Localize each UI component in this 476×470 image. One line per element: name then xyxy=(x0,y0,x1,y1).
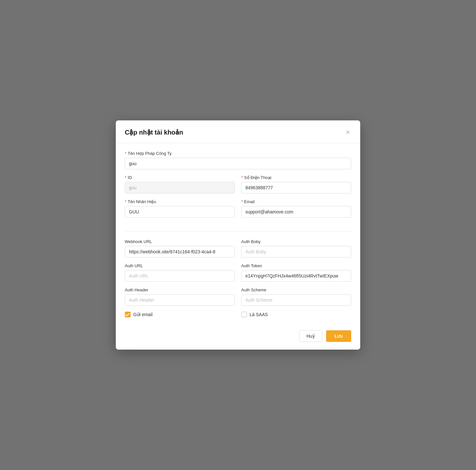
save-button[interactable]: Lưu xyxy=(326,330,351,342)
required-star: * xyxy=(125,151,126,156)
legal-name-label: *Tên Hợp Pháp Công Ty xyxy=(125,151,351,156)
section-divider xyxy=(125,231,351,231)
auth-url-label: Auth URL xyxy=(125,263,235,268)
auth-token-input[interactable] xyxy=(241,270,351,282)
webhook-url-input[interactable] xyxy=(125,246,235,258)
auth-scheme-input[interactable] xyxy=(241,294,351,306)
auth-url-input[interactable] xyxy=(125,270,235,282)
id-input xyxy=(125,182,235,193)
webhook-auth-body-row: Webhook URL Auth Boby xyxy=(125,239,351,263)
auth-token-group: Auth Token xyxy=(241,263,351,282)
brand-email-row: *Tên Nhãn Hiệu *Email xyxy=(125,199,351,223)
phone-group: *Số Điện Thoại xyxy=(241,175,351,193)
auth-scheme-group: Auth Scheme xyxy=(241,287,351,306)
id-required-star: * xyxy=(125,175,126,180)
section-legal: *Tên Hợp Pháp Công Ty *ID *Số Điện Th xyxy=(125,151,351,223)
modal-overlay: Cập nhật tài khoản × *Tên Hợp Pháp Công … xyxy=(0,0,476,470)
send-email-item: Gửi email xyxy=(125,312,235,317)
webhook-url-group: Webhook URL xyxy=(125,239,235,258)
auth-url-group: Auth URL xyxy=(125,263,235,282)
section-webhook: Webhook URL Auth Boby Auth URL xyxy=(125,239,351,317)
legal-name-input[interactable] xyxy=(125,158,351,169)
id-phone-row: *ID *Số Điện Thoại xyxy=(125,175,351,199)
modal-title: Cập nhật tài khoản xyxy=(125,128,183,136)
close-button[interactable]: × xyxy=(344,128,351,136)
auth-body-input[interactable] xyxy=(241,246,351,258)
auth-token-label: Auth Token xyxy=(241,263,351,268)
phone-input[interactable] xyxy=(241,182,351,193)
legal-name-group: *Tên Hợp Pháp Công Ty xyxy=(125,151,351,169)
auth-url-token-row: Auth URL Auth Token xyxy=(125,263,351,287)
cancel-button[interactable]: Huỷ xyxy=(299,330,322,342)
brand-required-star: * xyxy=(125,199,126,204)
brand-name-label: *Tên Nhãn Hiệu xyxy=(125,199,235,204)
auth-header-label: Auth Header xyxy=(125,287,235,292)
checkbox-row: Gửi email Là SAAS xyxy=(125,312,351,317)
modal-header: Cập nhật tài khoản × xyxy=(116,120,360,143)
email-group: *Email xyxy=(241,199,351,218)
send-email-checkbox[interactable] xyxy=(125,312,131,317)
send-email-label: Gửi email xyxy=(133,312,152,317)
auth-header-scheme-row: Auth Header Auth Scheme xyxy=(125,287,351,312)
webhook-url-label: Webhook URL xyxy=(125,239,235,244)
id-group: *ID xyxy=(125,175,235,193)
auth-body-label: Auth Boby xyxy=(241,239,351,244)
modal-footer: Huỷ Lưu xyxy=(116,325,360,350)
is-saas-checkbox[interactable] xyxy=(241,312,247,317)
email-label: *Email xyxy=(241,199,351,204)
auth-header-input[interactable] xyxy=(125,294,235,306)
auth-body-group: Auth Boby xyxy=(241,239,351,258)
modal-dialog: Cập nhật tài khoản × *Tên Hợp Pháp Công … xyxy=(116,120,360,350)
email-required-star: * xyxy=(241,199,243,204)
brand-name-group: *Tên Nhãn Hiệu xyxy=(125,199,235,218)
is-saas-label: Là SAAS xyxy=(250,312,268,317)
modal-body: *Tên Hợp Pháp Công Ty *ID *Số Điện Th xyxy=(116,143,360,325)
is-saas-item: Là SAAS xyxy=(241,312,351,317)
brand-name-input[interactable] xyxy=(125,206,235,218)
email-input[interactable] xyxy=(241,206,351,218)
id-label: *ID xyxy=(125,175,235,180)
auth-scheme-label: Auth Scheme xyxy=(241,287,351,292)
auth-header-group: Auth Header xyxy=(125,287,235,306)
phone-required-star: * xyxy=(241,175,243,180)
phone-label: *Số Điện Thoại xyxy=(241,175,351,180)
